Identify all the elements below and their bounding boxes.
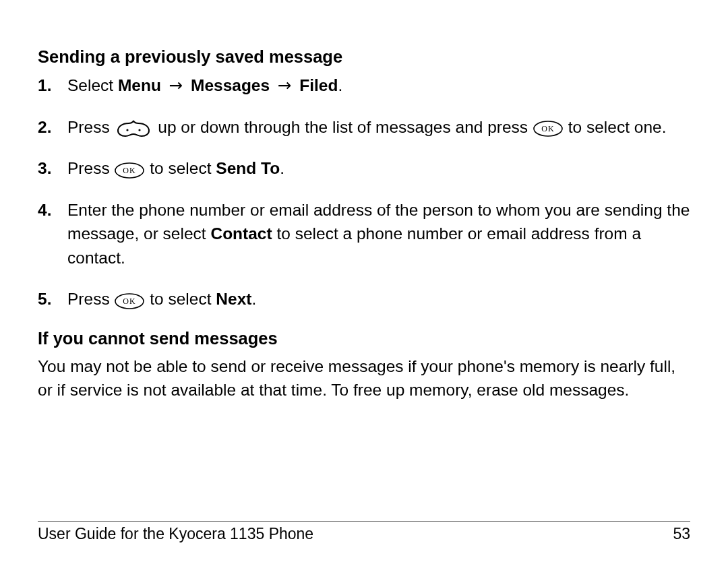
- steps-list: 1. Select Menu → Messages → Filed. 2. Pr…: [38, 73, 690, 311]
- messages-label: Messages: [191, 76, 270, 94]
- svg-text:OK: OK: [123, 166, 136, 175]
- step-text: to select one.: [568, 118, 667, 136]
- ok-key-icon: OK: [533, 120, 564, 137]
- svg-text:OK: OK: [541, 124, 554, 133]
- svg-text:OK: OK: [123, 296, 136, 306]
- svg-point-0: [127, 129, 129, 131]
- footer-title: User Guide for the Kyocera 1135 Phone: [38, 525, 313, 543]
- step-text: Select: [67, 76, 118, 94]
- svg-point-1: [139, 129, 141, 131]
- step-number: 5.: [38, 287, 51, 311]
- arrow-icon: →: [270, 75, 299, 95]
- page-number: 53: [673, 525, 690, 543]
- step-1: 1. Select Menu → Messages → Filed.: [38, 73, 690, 98]
- step-number: 3.: [38, 156, 51, 181]
- contact-label: Contact: [210, 224, 272, 243]
- step-5: 5. Press OK to select Next.: [38, 287, 690, 311]
- step-punct: .: [338, 76, 342, 94]
- document-page: Sending a previously saved message 1. Se…: [0, 0, 728, 562]
- nav-key-icon: [114, 117, 153, 139]
- step-number: 2.: [38, 115, 51, 139]
- step-punct: .: [280, 159, 284, 177]
- step-text: up or down through the list of messages …: [158, 118, 533, 136]
- step-text: Press: [67, 118, 114, 136]
- step-4: 4. Enter the phone number or email addre…: [38, 198, 690, 270]
- ok-key-icon: OK: [114, 162, 145, 179]
- filed-label: Filed: [299, 76, 338, 94]
- arrow-icon: →: [161, 75, 191, 95]
- body-paragraph: You may not be able to send or receive m…: [38, 355, 690, 402]
- step-number: 1.: [38, 73, 51, 98]
- footer-divider: [38, 521, 690, 522]
- page-footer: User Guide for the Kyocera 1135 Phone 53: [38, 525, 690, 543]
- menu-label: Menu: [118, 76, 161, 94]
- step-3: 3. Press OK to select Send To.: [38, 156, 690, 181]
- step-text: to select: [150, 159, 216, 177]
- send-to-label: Send To: [216, 159, 280, 177]
- step-text: to select: [150, 290, 216, 308]
- step-2: 2. Press up or down through the list of …: [38, 115, 690, 139]
- section-heading-cannot-send: If you cannot send messages: [38, 329, 690, 348]
- ok-key-icon: OK: [114, 292, 145, 310]
- step-text: Press: [67, 159, 114, 177]
- step-text: Press: [67, 290, 114, 308]
- step-number: 4.: [38, 198, 51, 222]
- step-punct: .: [251, 290, 256, 308]
- section-heading-send-saved: Sending a previously saved message: [38, 47, 690, 67]
- section-cannot-send: If you cannot send messages You may not …: [38, 329, 690, 402]
- next-label: Next: [216, 290, 251, 308]
